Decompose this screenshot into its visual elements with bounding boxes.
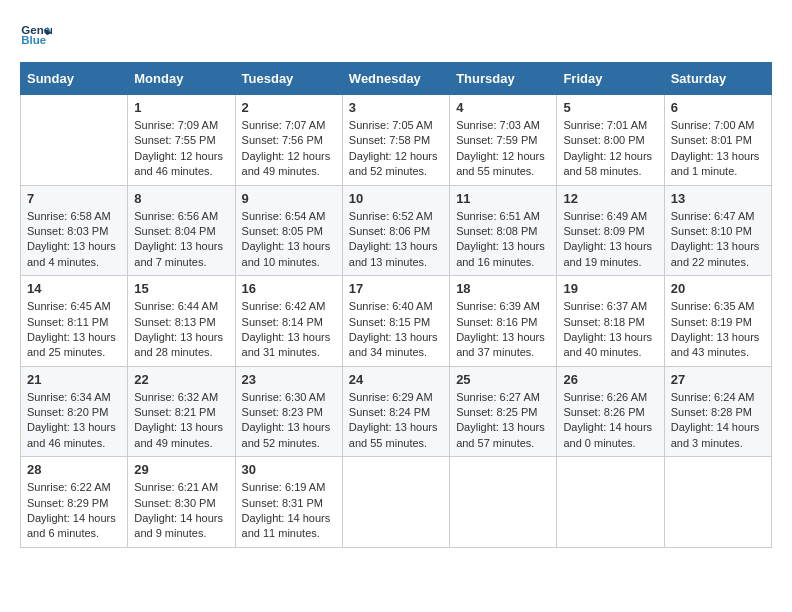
- calendar-cell: 18Sunrise: 6:39 AM Sunset: 8:16 PM Dayli…: [450, 276, 557, 367]
- calendar-cell: 29Sunrise: 6:21 AM Sunset: 8:30 PM Dayli…: [128, 457, 235, 548]
- calendar-cell: 7Sunrise: 6:58 AM Sunset: 8:03 PM Daylig…: [21, 185, 128, 276]
- calendar-cell: 25Sunrise: 6:27 AM Sunset: 8:25 PM Dayli…: [450, 366, 557, 457]
- cell-content: Sunrise: 6:39 AM Sunset: 8:16 PM Dayligh…: [456, 299, 550, 361]
- header-cell-saturday: Saturday: [664, 63, 771, 95]
- day-number: 22: [134, 372, 228, 387]
- calendar-cell: 15Sunrise: 6:44 AM Sunset: 8:13 PM Dayli…: [128, 276, 235, 367]
- calendar-cell: 28Sunrise: 6:22 AM Sunset: 8:29 PM Dayli…: [21, 457, 128, 548]
- header-cell-tuesday: Tuesday: [235, 63, 342, 95]
- day-number: 14: [27, 281, 121, 296]
- day-number: 7: [27, 191, 121, 206]
- calendar-cell: 27Sunrise: 6:24 AM Sunset: 8:28 PM Dayli…: [664, 366, 771, 457]
- day-number: 19: [563, 281, 657, 296]
- calendar-table: SundayMondayTuesdayWednesdayThursdayFrid…: [20, 62, 772, 548]
- calendar-cell: 2Sunrise: 7:07 AM Sunset: 7:56 PM Daylig…: [235, 95, 342, 186]
- day-number: 1: [134, 100, 228, 115]
- cell-content: Sunrise: 7:09 AM Sunset: 7:55 PM Dayligh…: [134, 118, 228, 180]
- calendar-cell: 20Sunrise: 6:35 AM Sunset: 8:19 PM Dayli…: [664, 276, 771, 367]
- cell-content: Sunrise: 6:32 AM Sunset: 8:21 PM Dayligh…: [134, 390, 228, 452]
- calendar-cell: 6Sunrise: 7:00 AM Sunset: 8:01 PM Daylig…: [664, 95, 771, 186]
- calendar-cell: 30Sunrise: 6:19 AM Sunset: 8:31 PM Dayli…: [235, 457, 342, 548]
- calendar-cell: 22Sunrise: 6:32 AM Sunset: 8:21 PM Dayli…: [128, 366, 235, 457]
- day-number: 20: [671, 281, 765, 296]
- cell-content: Sunrise: 6:27 AM Sunset: 8:25 PM Dayligh…: [456, 390, 550, 452]
- day-number: 30: [242, 462, 336, 477]
- logo: General Blue: [20, 20, 56, 52]
- calendar-cell: 13Sunrise: 6:47 AM Sunset: 8:10 PM Dayli…: [664, 185, 771, 276]
- day-number: 3: [349, 100, 443, 115]
- cell-content: Sunrise: 7:05 AM Sunset: 7:58 PM Dayligh…: [349, 118, 443, 180]
- logo-icon: General Blue: [20, 20, 52, 52]
- cell-content: Sunrise: 6:35 AM Sunset: 8:19 PM Dayligh…: [671, 299, 765, 361]
- cell-content: Sunrise: 6:44 AM Sunset: 8:13 PM Dayligh…: [134, 299, 228, 361]
- header-cell-monday: Monday: [128, 63, 235, 95]
- day-number: 10: [349, 191, 443, 206]
- day-number: 29: [134, 462, 228, 477]
- calendar-cell: 8Sunrise: 6:56 AM Sunset: 8:04 PM Daylig…: [128, 185, 235, 276]
- header-cell-thursday: Thursday: [450, 63, 557, 95]
- week-row-5: 28Sunrise: 6:22 AM Sunset: 8:29 PM Dayli…: [21, 457, 772, 548]
- calendar-cell: 21Sunrise: 6:34 AM Sunset: 8:20 PM Dayli…: [21, 366, 128, 457]
- cell-content: Sunrise: 6:34 AM Sunset: 8:20 PM Dayligh…: [27, 390, 121, 452]
- day-number: 9: [242, 191, 336, 206]
- cell-content: Sunrise: 6:37 AM Sunset: 8:18 PM Dayligh…: [563, 299, 657, 361]
- calendar-cell: [21, 95, 128, 186]
- cell-content: Sunrise: 6:56 AM Sunset: 8:04 PM Dayligh…: [134, 209, 228, 271]
- cell-content: Sunrise: 6:45 AM Sunset: 8:11 PM Dayligh…: [27, 299, 121, 361]
- cell-content: Sunrise: 6:24 AM Sunset: 8:28 PM Dayligh…: [671, 390, 765, 452]
- cell-content: Sunrise: 6:42 AM Sunset: 8:14 PM Dayligh…: [242, 299, 336, 361]
- calendar-cell: 17Sunrise: 6:40 AM Sunset: 8:15 PM Dayli…: [342, 276, 449, 367]
- day-number: 18: [456, 281, 550, 296]
- calendar-cell: 1Sunrise: 7:09 AM Sunset: 7:55 PM Daylig…: [128, 95, 235, 186]
- day-number: 26: [563, 372, 657, 387]
- calendar-cell: [557, 457, 664, 548]
- cell-content: Sunrise: 6:19 AM Sunset: 8:31 PM Dayligh…: [242, 480, 336, 542]
- cell-content: Sunrise: 6:29 AM Sunset: 8:24 PM Dayligh…: [349, 390, 443, 452]
- day-number: 21: [27, 372, 121, 387]
- calendar-cell: [342, 457, 449, 548]
- calendar-cell: 3Sunrise: 7:05 AM Sunset: 7:58 PM Daylig…: [342, 95, 449, 186]
- svg-text:Blue: Blue: [21, 34, 47, 46]
- cell-content: Sunrise: 6:58 AM Sunset: 8:03 PM Dayligh…: [27, 209, 121, 271]
- day-number: 6: [671, 100, 765, 115]
- day-number: 12: [563, 191, 657, 206]
- day-number: 16: [242, 281, 336, 296]
- week-row-3: 14Sunrise: 6:45 AM Sunset: 8:11 PM Dayli…: [21, 276, 772, 367]
- calendar-cell: 26Sunrise: 6:26 AM Sunset: 8:26 PM Dayli…: [557, 366, 664, 457]
- cell-content: Sunrise: 6:51 AM Sunset: 8:08 PM Dayligh…: [456, 209, 550, 271]
- cell-content: Sunrise: 7:00 AM Sunset: 8:01 PM Dayligh…: [671, 118, 765, 180]
- calendar-cell: 4Sunrise: 7:03 AM Sunset: 7:59 PM Daylig…: [450, 95, 557, 186]
- cell-content: Sunrise: 7:07 AM Sunset: 7:56 PM Dayligh…: [242, 118, 336, 180]
- day-number: 24: [349, 372, 443, 387]
- day-number: 25: [456, 372, 550, 387]
- calendar-cell: 23Sunrise: 6:30 AM Sunset: 8:23 PM Dayli…: [235, 366, 342, 457]
- calendar-cell: 9Sunrise: 6:54 AM Sunset: 8:05 PM Daylig…: [235, 185, 342, 276]
- day-number: 11: [456, 191, 550, 206]
- cell-content: Sunrise: 6:54 AM Sunset: 8:05 PM Dayligh…: [242, 209, 336, 271]
- calendar-cell: 16Sunrise: 6:42 AM Sunset: 8:14 PM Dayli…: [235, 276, 342, 367]
- header-cell-friday: Friday: [557, 63, 664, 95]
- cell-content: Sunrise: 6:22 AM Sunset: 8:29 PM Dayligh…: [27, 480, 121, 542]
- calendar-cell: 5Sunrise: 7:01 AM Sunset: 8:00 PM Daylig…: [557, 95, 664, 186]
- cell-content: Sunrise: 7:03 AM Sunset: 7:59 PM Dayligh…: [456, 118, 550, 180]
- cell-content: Sunrise: 7:01 AM Sunset: 8:00 PM Dayligh…: [563, 118, 657, 180]
- calendar-cell: 24Sunrise: 6:29 AM Sunset: 8:24 PM Dayli…: [342, 366, 449, 457]
- header: General Blue: [20, 20, 772, 52]
- week-row-4: 21Sunrise: 6:34 AM Sunset: 8:20 PM Dayli…: [21, 366, 772, 457]
- day-number: 4: [456, 100, 550, 115]
- cell-content: Sunrise: 6:49 AM Sunset: 8:09 PM Dayligh…: [563, 209, 657, 271]
- calendar-cell: 19Sunrise: 6:37 AM Sunset: 8:18 PM Dayli…: [557, 276, 664, 367]
- calendar-cell: 11Sunrise: 6:51 AM Sunset: 8:08 PM Dayli…: [450, 185, 557, 276]
- day-number: 23: [242, 372, 336, 387]
- cell-content: Sunrise: 6:52 AM Sunset: 8:06 PM Dayligh…: [349, 209, 443, 271]
- header-cell-wednesday: Wednesday: [342, 63, 449, 95]
- calendar-cell: [450, 457, 557, 548]
- day-number: 5: [563, 100, 657, 115]
- calendar-cell: [664, 457, 771, 548]
- cell-content: Sunrise: 6:30 AM Sunset: 8:23 PM Dayligh…: [242, 390, 336, 452]
- cell-content: Sunrise: 6:26 AM Sunset: 8:26 PM Dayligh…: [563, 390, 657, 452]
- cell-content: Sunrise: 6:47 AM Sunset: 8:10 PM Dayligh…: [671, 209, 765, 271]
- header-row: SundayMondayTuesdayWednesdayThursdayFrid…: [21, 63, 772, 95]
- week-row-1: 1Sunrise: 7:09 AM Sunset: 7:55 PM Daylig…: [21, 95, 772, 186]
- header-cell-sunday: Sunday: [21, 63, 128, 95]
